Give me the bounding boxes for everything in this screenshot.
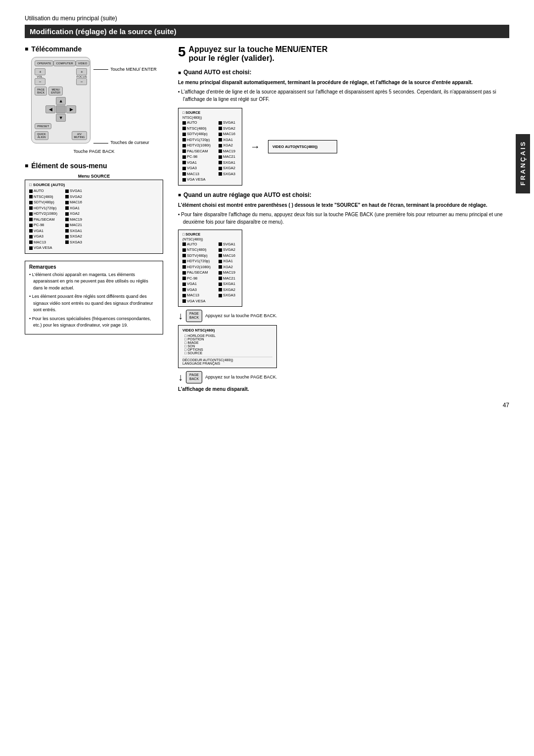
page-number: 47	[25, 402, 509, 409]
telecommande-heading: Télécommande	[25, 45, 163, 53]
francais-tab: FRANÇAIS	[516, 134, 530, 193]
arrow-right-btn: ▶	[66, 105, 76, 113]
screen-item: HDTV2(1080i)	[182, 143, 211, 148]
screens-row-auto: □ SOURCE NTSC(480i)) AUTO NTSC(480i) SDT…	[178, 108, 509, 186]
element-sous-menu-section: Élément de sous-menu Menu SOURCE □ SOURC…	[25, 162, 163, 334]
screen-item: XGA2	[219, 265, 235, 270]
menu-item: SXGA1	[65, 229, 82, 234]
menu-col-2: SVGA1 SVGA2 MAC16 XGA1 XGA2 MAC19 MAC21 …	[65, 189, 82, 251]
remote-control-illustration: OPERATE COMPUTER VIDEO + VOL. −	[31, 57, 90, 143]
step5-text-line1: Appuyez sur la touche MENU/ENTER	[189, 45, 328, 54]
screen-item: VGA3	[182, 166, 211, 171]
screen1-source: □ SOURCE NTSC(480i)) AUTO NTSC(480i) SDT…	[178, 108, 242, 186]
screen2-title: VIDEO AUTO(NTSC(480i))	[272, 144, 333, 149]
page-header: Utilisation du menu principal (suite)	[25, 15, 509, 22]
screen-item: XGA1	[219, 259, 235, 264]
arrow-up-btn: ▲	[56, 97, 66, 105]
page-back-btn-illus-2: PAGEBACK	[186, 371, 202, 383]
source-screen-sequence: □ SOURCE (NTSC(480i)) AUTO NTSC(480i) SD…	[178, 230, 277, 392]
screen-item: SVGA1	[219, 120, 235, 126]
screen-item: NTSC(480i)	[182, 247, 211, 253]
menu-item: NTSC(480i)	[29, 194, 57, 200]
page-back-btn: PAGEBACK	[35, 87, 47, 95]
step5-heading: 5 Appuyez sur la touche MENU/ENTER pour …	[178, 45, 509, 63]
screen1-title: □ SOURCE	[182, 111, 238, 114]
screen-item: MAC13	[182, 293, 211, 298]
menu-item: SVGA1	[65, 189, 82, 194]
page-back-step1: ↓ PAGEBACK Appuyez sur la touche PAGE BA…	[178, 310, 277, 322]
screen-item: SVGA2	[219, 247, 235, 253]
screen-item: SXGA2	[219, 287, 235, 293]
menu-item: MAC13	[29, 240, 57, 245]
remark-1: L'élément choisi apparaît en magenta. Le…	[29, 272, 159, 292]
screen-item: SXGA3	[219, 293, 235, 298]
screen4-footer: DÉCODEUR AUTO(NTSC(480i)) LANGUAGE FRANÇ…	[182, 357, 272, 365]
step5-text-line2: pour le régler (valider).	[189, 54, 328, 63]
screen-item: SVGA2	[219, 126, 235, 132]
arrow-down-1: ↓	[178, 310, 183, 322]
screen-item: SXGA1	[219, 160, 235, 166]
quand-auto-bold: Le menu principal disparaît automatiquem…	[178, 79, 509, 86]
menu-item: AUTO	[29, 189, 57, 194]
screen-item: VGA VESA	[182, 177, 211, 183]
remarks-box: Remarques L'élément choisi apparaît en m…	[25, 261, 163, 334]
screen-item: MAC13	[182, 172, 211, 177]
screen-item: PC-98	[182, 276, 211, 282]
quand-auto-bullet: L'affichage d'entrée de ligne et de la s…	[178, 88, 509, 103]
screen-item: PAL/SECAM	[182, 270, 211, 276]
screen-item: NTSC(480i)	[182, 126, 211, 132]
element-sous-menu-heading: Élément de sous-menu	[25, 162, 163, 170]
laffichage-label: L'affichage de menu disparaît.	[178, 386, 249, 392]
screen-item: SVGA1	[219, 242, 235, 247]
menu-item: VGA1	[29, 229, 57, 234]
telecommande-section: Télécommande OPERATE COMPUTER VIDEO	[25, 45, 163, 154]
screen3-title: □ SOURCE	[182, 233, 238, 236]
page-back-label-2: Appuyez sur la touche PAGE BACK.	[205, 375, 277, 379]
bottom-screens-area: □ SOURCE (NTSC(480i)) AUTO NTSC(480i) SD…	[178, 230, 509, 392]
menu-item: HDTV2(1080i)	[29, 211, 57, 217]
focus-minus-btn: −	[76, 78, 87, 85]
menu-item: XGA2	[65, 211, 82, 217]
screen-item: MAC16	[219, 253, 235, 259]
remark-3: Pour les sources spécialisées (fréquence…	[29, 316, 159, 329]
menu-item: PC-98	[29, 223, 57, 228]
screen-item: XGA2	[219, 143, 235, 148]
screen-item: PC-98	[182, 154, 211, 160]
screen4-items: □ HORLOGE PIXEL □ POSITION □ IMAGE □ SON…	[182, 334, 272, 355]
menu-item: XGA1	[65, 206, 82, 211]
quand-auto-heading: Quand AUTO est choisi:	[178, 69, 509, 76]
menu-item: SXGA2	[65, 234, 82, 239]
arrow-center-btn	[56, 105, 66, 113]
focus-plus-btn: +	[76, 68, 87, 75]
screen-item: HDTV1(720p)	[182, 138, 211, 143]
screen-item: SDTV(480p)	[182, 253, 211, 259]
screen-item: HDTV2(1080i)	[182, 265, 211, 270]
menu-enter-callout: Touche MENU/ ENTER	[110, 67, 157, 73]
arrow-down-2: ↓	[178, 372, 183, 383]
menu-item: HDTV1(720p)	[29, 206, 57, 211]
vol-plus-btn: +	[35, 68, 45, 75]
arrow-left-btn: ◀	[45, 105, 55, 113]
menu-source-title: □ SOURCE (AUTO)	[29, 183, 159, 187]
video-btn: VIDEO	[76, 60, 90, 66]
screen-item: MAC21	[219, 154, 235, 160]
remark-2: Les élément pouvant être réglés sont dif…	[29, 293, 159, 314]
quand-auto-section: Quand AUTO est choisi: Le menu principal…	[178, 69, 509, 186]
screen-item: SXGA3	[219, 172, 235, 177]
menu-item: MAC16	[65, 200, 82, 205]
screen4-video: VIDEO NTSC(480i) □ HORLOGE PIXEL □ POSIT…	[178, 325, 277, 368]
screen-item: SXGA2	[219, 166, 235, 171]
page-back-btn-illus-1: PAGEBACK	[186, 310, 202, 322]
screen-item: MAC19	[219, 149, 235, 154]
menu-enter-btn: MENUENTER	[48, 87, 63, 95]
screen-item: MAC19	[219, 270, 235, 276]
screen-item: VGA1	[182, 282, 211, 287]
menu-item: SDTV(480p)	[29, 200, 57, 205]
screen-item: MAC21	[219, 276, 235, 282]
screen-item: AUTO	[182, 242, 211, 247]
menu-item: SVGA2	[65, 194, 82, 200]
arrow-right-1: →	[250, 141, 260, 152]
vol-minus-btn: −	[35, 78, 45, 85]
quick-align-btn: QUICKALIGN	[35, 131, 48, 140]
menu-item: VGA3	[29, 234, 57, 239]
